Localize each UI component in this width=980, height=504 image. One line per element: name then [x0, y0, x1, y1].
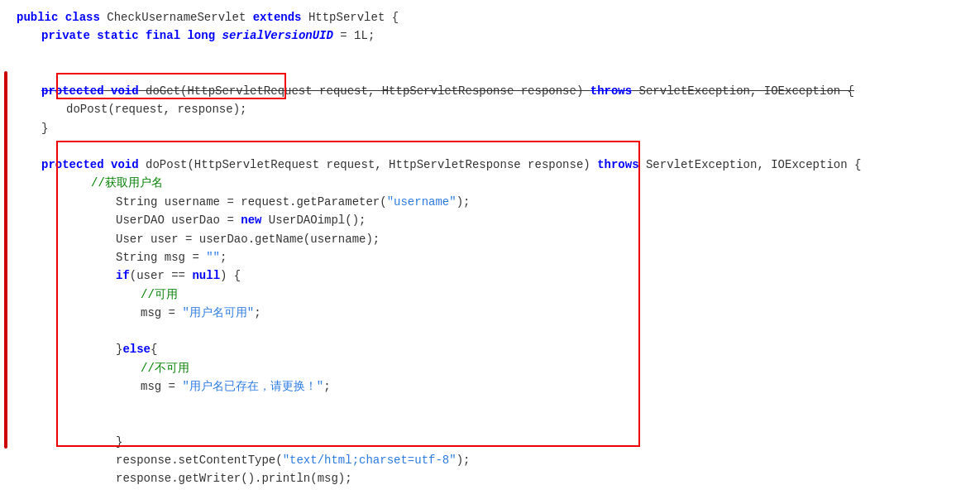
code-line-13: User user = userDao.getName(username);: [17, 230, 963, 248]
empty-line: [17, 322, 963, 340]
highlight-bar-1: [4, 71, 7, 151]
line-content: String msg = "";: [116, 248, 227, 266]
code-line-17: msg = "用户名可用";: [17, 304, 963, 322]
empty-line: [17, 46, 963, 64]
code-line-21: msg = "用户名已存在，请更换！";: [17, 377, 963, 396]
line-content: response.getWriter().println(msg);: [116, 469, 352, 487]
line-content: UserDAO userDao = new UserDAOimpl();: [116, 211, 366, 229]
code-line-25: response.setContentType("text/html;chars…: [17, 451, 963, 469]
code-line-11: String username = request.getParameter("…: [17, 193, 963, 211]
empty-line: [17, 137, 963, 156]
line-content: protected void doGet(HttpServletRequest …: [41, 82, 854, 100]
line-content: if(user == null) {: [116, 266, 241, 285]
code-line-19: }else{: [17, 340, 963, 358]
empty-line: [17, 488, 963, 504]
line-content: doPost(request, response);: [66, 100, 246, 118]
code-line-2: private static final long serialVersionU…: [17, 26, 963, 45]
code-line-7: }: [17, 119, 963, 137]
code-line-16: //可用: [17, 286, 963, 304]
code-line-26: response.getWriter().println(msg);: [17, 469, 963, 487]
line-content: msg = "用户名可用";: [141, 304, 261, 322]
code-line-10: //获取用户名: [17, 174, 963, 192]
line-content: //获取用户名: [91, 174, 163, 192]
line-content: //可用: [141, 286, 178, 304]
code-area: public class CheckUsernameServlet extend…: [0, 0, 980, 504]
line-content: public class CheckUsernameServlet extend…: [17, 8, 399, 26]
empty-line: [17, 396, 963, 415]
line-content: response.setContentType("text/html;chars…: [116, 451, 471, 469]
code-line-12: UserDAO userDao = new UserDAOimpl();: [17, 211, 963, 229]
code-line-6: doPost(request, response);: [17, 100, 963, 118]
line-content: protected void doPost(HttpServletRequest…: [41, 156, 861, 174]
line-content: }: [116, 433, 122, 451]
empty-line: [17, 64, 963, 82]
line-content: User user = userDao.getName(username);: [116, 230, 380, 248]
code-line-24: }: [17, 433, 963, 451]
line-content: private static final long serialVersionU…: [41, 26, 375, 45]
line-content: }else{: [116, 340, 157, 358]
empty-line: [17, 415, 963, 433]
line-content: String username = request.getParameter("…: [116, 193, 470, 211]
line-content: }: [41, 119, 48, 137]
code-line-15: if(user == null) {: [17, 266, 963, 285]
line-content: msg = "用户名已存在，请更换！";: [141, 377, 331, 396]
line-content: //不可用: [141, 359, 189, 377]
code-line-20: //不可用: [17, 359, 963, 377]
code-line-1: public class CheckUsernameServlet extend…: [17, 8, 963, 26]
code-line-9: protected void doPost(HttpServletRequest…: [17, 156, 963, 174]
code-line-14: String msg = "";: [17, 248, 963, 266]
highlight-bar-2: [4, 141, 7, 449]
code-line-5: protected void doGet(HttpServletRequest …: [17, 82, 963, 100]
